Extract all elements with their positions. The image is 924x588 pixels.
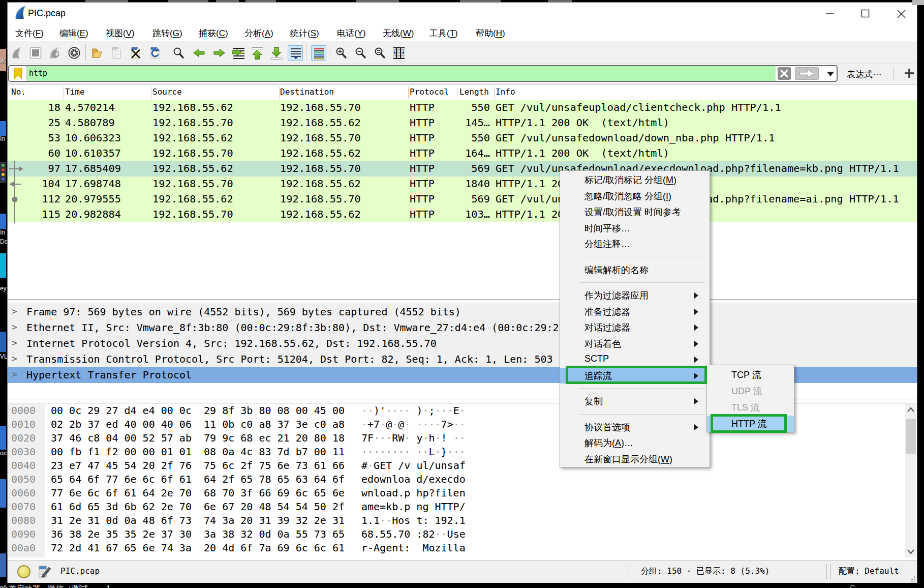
expand-arrow-icon[interactable]: > bbox=[12, 321, 17, 332]
menubar-item-help[interactable]: 帮助(H) bbox=[476, 27, 505, 39]
hex-row-0030[interactable]: 003000 fb f1 f2 00 00 01 01 08 0a 4c 83 … bbox=[8, 446, 902, 459]
hex-row-0040[interactable]: 004023 e7 47 45 54 20 2f 76 75 6c 2f 75 … bbox=[8, 459, 902, 473]
context-menu-item-8[interactable]: 作为过滤器应用 bbox=[560, 287, 710, 304]
context-menu-item-4[interactable]: 分组注释… bbox=[560, 236, 710, 252]
save-file-button[interactable]: 010101100111 bbox=[109, 45, 124, 61]
column-separator[interactable] bbox=[408, 86, 409, 99]
close-button[interactable] bbox=[885, 3, 917, 24]
column-header-info[interactable]: Info bbox=[496, 87, 515, 97]
resize-columns-button[interactable] bbox=[391, 45, 407, 61]
context-menu-item-6[interactable]: 编辑解析的名称 bbox=[560, 262, 710, 278]
menubar-item-wireless[interactable]: 无线(W) bbox=[383, 27, 414, 39]
context-menu-item-11[interactable]: 对话着色 bbox=[560, 336, 710, 352]
capture-comment-icon[interactable]: 0000110110 bbox=[37, 564, 52, 579]
menubar-item-file[interactable]: 文件(F) bbox=[15, 27, 44, 39]
packet-row-18[interactable]: 184.570214192.168.55.62192.168.55.70HTTP… bbox=[8, 100, 917, 115]
packet-row-112[interactable]: 11220.979555192.168.55.62192.168.55.70HT… bbox=[8, 192, 917, 207]
filter-apply-button[interactable] bbox=[795, 67, 819, 80]
hex-row-00a0[interactable]: 00a072 2d 41 67 65 6e 74 3a 20 4d 6f 7a … bbox=[8, 542, 902, 555]
submenu-item-1[interactable]: UDP 流 bbox=[707, 383, 794, 399]
detail-row-0[interactable]: >Frame 97: 569 bytes on wire (4552 bits)… bbox=[8, 304, 917, 320]
menubar-item-edit[interactable]: 编辑(E) bbox=[59, 27, 88, 39]
context-menu-item-10[interactable]: 对话过滤器 bbox=[560, 319, 710, 336]
context-menu-item-19[interactable]: 在新窗口显示分组(W) bbox=[560, 451, 710, 467]
last-packet-button[interactable] bbox=[268, 45, 284, 61]
context-menu-item-17[interactable]: 协议首选项 bbox=[560, 419, 710, 435]
column-header-time[interactable]: Time bbox=[65, 87, 85, 97]
hex-scrollbar[interactable] bbox=[905, 404, 916, 557]
zoom-reset-button[interactable] bbox=[372, 45, 387, 61]
column-separator[interactable] bbox=[279, 86, 280, 99]
expand-arrow-icon[interactable]: > bbox=[12, 337, 17, 348]
column-separator[interactable] bbox=[64, 86, 64, 99]
scroll-up-icon[interactable] bbox=[907, 407, 915, 413]
filter-bookmark-button[interactable] bbox=[9, 66, 26, 81]
column-separator[interactable] bbox=[151, 86, 151, 99]
first-packet-button[interactable] bbox=[249, 45, 264, 61]
menubar-item-go[interactable]: 跳转(G) bbox=[152, 27, 182, 39]
packet-row-97[interactable]: 9717.685409192.168.55.62192.168.55.70HTT… bbox=[8, 161, 917, 177]
hex-row-0090[interactable]: 009036 38 2e 35 35 2e 37 30 3a 38 32 0d … bbox=[8, 528, 902, 542]
capture-options-button[interactable] bbox=[67, 45, 82, 61]
column-header-destination[interactable]: Destination bbox=[280, 87, 334, 97]
packet-row-25[interactable]: 254.580789192.168.55.70192.168.55.62HTTP… bbox=[8, 115, 917, 131]
context-menu-item-18[interactable]: 解码为(A)… bbox=[560, 435, 710, 451]
menubar-item-telephony[interactable]: 电话(Y) bbox=[337, 27, 366, 39]
hex-row-0060[interactable]: 006077 6e 6c 6f 61 64 2e 70 68 70 3f 66 … bbox=[8, 487, 902, 501]
previous-packet-button[interactable] bbox=[191, 45, 206, 61]
colorize-button[interactable] bbox=[311, 45, 326, 61]
column-separator[interactable] bbox=[494, 86, 495, 99]
filter-dropdown-arrow[interactable] bbox=[827, 72, 834, 76]
filter-clear-button[interactable] bbox=[778, 67, 791, 80]
packet-row-53[interactable]: 5310.606323192.168.55.62192.168.55.70HTT… bbox=[8, 131, 917, 146]
menubar-item-capture[interactable]: 捕获(C) bbox=[199, 27, 228, 39]
detail-row-1[interactable]: >Ethernet II, Src: Vmware_8f:3b:80 (00:0… bbox=[8, 320, 917, 336]
packet-row-60[interactable]: 6010.610357192.168.55.70192.168.55.62HTT… bbox=[8, 146, 917, 161]
stop-capture-button[interactable] bbox=[28, 45, 43, 61]
expert-info-icon[interactable] bbox=[17, 565, 31, 579]
column-header-no[interactable]: No. bbox=[11, 87, 26, 97]
context-menu-item-2[interactable]: 设置/取消设置 时间参考 bbox=[560, 204, 710, 220]
menubar-item-analyze[interactable]: 分析(A) bbox=[244, 27, 273, 39]
hex-row-0080[interactable]: 008031 2e 31 0d 0a 48 6f 73 74 3a 20 31 … bbox=[8, 514, 902, 528]
submenu-item-0[interactable]: TCP 流 bbox=[707, 367, 794, 383]
column-separator[interactable] bbox=[457, 86, 457, 99]
context-menu-item-15[interactable]: 复制 bbox=[560, 393, 710, 409]
hex-row-0050[interactable]: 005065 64 6f 77 6e 6c 6f 61 64 2f 65 78 … bbox=[8, 473, 902, 487]
find-packet-button[interactable] bbox=[171, 45, 186, 61]
scroll-down-icon[interactable] bbox=[907, 549, 915, 554]
open-file-button[interactable] bbox=[89, 45, 105, 61]
zoom-out-button[interactable] bbox=[353, 45, 368, 61]
restart-capture-button[interactable] bbox=[47, 45, 62, 61]
context-menu-item-12[interactable]: SCTP bbox=[560, 351, 710, 368]
expression-button[interactable]: 表达式⋯ bbox=[847, 69, 881, 80]
packet-row-104[interactable]: 10417.698748192.168.55.70192.168.55.62HT… bbox=[8, 177, 917, 192]
menubar-item-view[interactable]: 视图(V) bbox=[106, 27, 135, 39]
maximize-button[interactable] bbox=[849, 3, 881, 24]
go-to-packet-button[interactable] bbox=[230, 45, 245, 61]
hex-row-0020[interactable]: 002037 46 c8 04 00 52 57 ab 79 9c 68 ec … bbox=[8, 432, 902, 446]
zoom-in-button[interactable] bbox=[333, 45, 349, 61]
minimize-button[interactable] bbox=[813, 3, 846, 24]
column-header-length[interactable]: Length bbox=[459, 87, 489, 97]
context-menu-item-1[interactable]: 忽略/取消忽略 分组(I) bbox=[560, 188, 710, 204]
auto-scroll-button[interactable] bbox=[288, 45, 303, 61]
add-filter-button[interactable] bbox=[902, 66, 916, 80]
context-menu-item-0[interactable]: 标记/取消标记 分组(M) bbox=[560, 172, 710, 188]
start-capture-button[interactable] bbox=[9, 45, 24, 61]
reload-file-button[interactable]: 101011 bbox=[147, 45, 163, 61]
next-packet-button[interactable] bbox=[211, 45, 226, 61]
packet-row-115[interactable]: 11520.982884192.168.55.70192.168.55.62HT… bbox=[8, 207, 917, 222]
detail-row-2[interactable]: >Internet Protocol Version 4, Src: 192.1… bbox=[8, 336, 917, 351]
context-menu-item-9[interactable]: 准备过滤器 bbox=[560, 304, 710, 320]
close-file-button[interactable]: 012011 bbox=[128, 45, 143, 61]
context-menu-item-3[interactable]: 时间平移… bbox=[560, 220, 710, 237]
column-header-protocol[interactable]: Protocol bbox=[410, 87, 449, 97]
menubar-item-tools[interactable]: 工具(T) bbox=[429, 27, 458, 39]
submenu-item-2[interactable]: TLS 流 bbox=[707, 399, 794, 416]
scrollbar-thumb[interactable] bbox=[906, 419, 916, 454]
display-filter-input[interactable]: http bbox=[27, 66, 776, 81]
expand-arrow-icon[interactable]: > bbox=[12, 306, 17, 316]
hex-row-0070[interactable]: 007061 6d 65 3d 6b 62 2e 70 6e 67 20 48 … bbox=[8, 501, 902, 514]
menubar-item-statistics[interactable]: 统计(S) bbox=[290, 27, 319, 39]
